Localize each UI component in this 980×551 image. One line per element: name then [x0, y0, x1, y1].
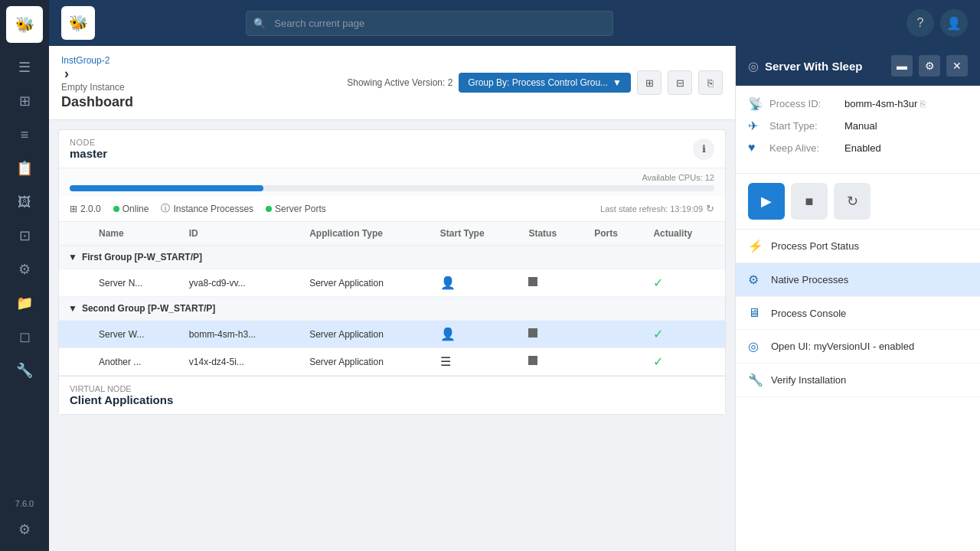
col-header-status: Status: [519, 222, 585, 246]
sidebar-item-image[interactable]: 🖼: [9, 187, 40, 217]
stop-status-icon: [528, 356, 537, 365]
close-button[interactable]: ✕: [946, 55, 968, 77]
node-name: master: [70, 147, 107, 160]
rp-logo-icon: ◎: [748, 59, 759, 73]
refresh-time: Last state refresh: 13:19:09 ↻: [600, 203, 714, 214]
sidebar-item-list[interactable]: ≡: [9, 119, 40, 150]
node-info-button[interactable]: ℹ: [693, 139, 714, 160]
row-ports: [585, 321, 644, 348]
cpu-label: Available CPUs: 12: [70, 173, 714, 182]
group-collapse-icon: ▼: [68, 252, 77, 262]
breadcrumb-area: InstGroup-2 › Empty Instance Dashboard: [61, 55, 133, 110]
status-bar: ⊞ 2.0.0 Online ⓘ Instance Processes Serv…: [59, 196, 725, 222]
breadcrumb-child: Empty Instance: [61, 82, 125, 93]
group-row[interactable]: ▼ First Group [P-W_START/P]: [59, 246, 725, 269]
sidebar-item-folder[interactable]: 📁: [9, 288, 40, 318]
copy-button[interactable]: ⎘: [698, 70, 723, 95]
section-item-verify-installation[interactable]: 🔧 Verify Installation: [736, 364, 980, 397]
server-ports-status: Server Ports: [266, 204, 326, 214]
heart-icon: ♥: [748, 141, 763, 155]
online-dot-icon: [113, 206, 119, 212]
row-name: Server W...: [90, 321, 180, 348]
copy-id-button[interactable]: ⎘: [920, 99, 926, 109]
row-name: Another ...: [90, 348, 180, 376]
table-row[interactable]: Another ... v14x-dz4-5i... Server Applic…: [59, 348, 725, 376]
user-button[interactable]: 👤: [940, 9, 968, 37]
check-small-icon: [266, 206, 272, 212]
panel-settings-button[interactable]: ⚙: [919, 55, 940, 77]
table-header-row: Name ID Application Type Start Type Stat…: [59, 222, 725, 246]
col-header-start-type: Start Type: [431, 222, 520, 246]
topbar-actions: ? 👤: [906, 9, 968, 37]
info-icon: ℹ: [702, 143, 706, 155]
refresh-button[interactable]: ↻: [706, 203, 714, 214]
section-item-process-port-status[interactable]: ⚡ Process Port Status: [736, 230, 980, 263]
sidebar-item-apps[interactable]: ⊡: [9, 220, 40, 251]
group2-collapse-icon: ▼: [68, 303, 77, 314]
section-item-process-console[interactable]: 🖥 Process Console: [736, 297, 980, 330]
col-header-actuality: Actuality: [644, 222, 725, 246]
col-header-name-text: Name: [90, 222, 180, 246]
breadcrumb-parent[interactable]: InstGroup-2: [61, 55, 109, 66]
row-start-type: ☰: [431, 348, 520, 376]
sidebar-item-grid[interactable]: ⊞: [9, 86, 40, 116]
content-area: InstGroup-2 › Empty Instance Dashboard S…: [49, 46, 980, 551]
logo-icon: 🐝: [15, 15, 34, 34]
search-icon: 🔍: [253, 18, 266, 29]
sidebar-item-deploy[interactable]: ⚙: [9, 254, 40, 285]
main-wrapper: 🐝 🔍 ? 👤 InstGroup-2 › Empty Instance Das…: [49, 0, 980, 551]
check-actuality-icon: ✓: [653, 355, 663, 368]
sidebar-item-tools[interactable]: 🔧: [9, 355, 40, 386]
dashboard-panel: InstGroup-2 › Empty Instance Dashboard S…: [49, 46, 735, 551]
row-actuality: ✓: [644, 269, 725, 297]
group-by-button[interactable]: Group By: Process Control Grou... ▼: [459, 73, 631, 93]
refresh-process-button[interactable]: ↻: [834, 183, 871, 220]
row-start-type: 👤: [431, 321, 520, 348]
collapse-button[interactable]: ⊟: [668, 70, 692, 95]
help-button[interactable]: ?: [906, 9, 934, 37]
stop-icon: ■: [805, 194, 814, 210]
instance-processes-status: ⓘ Instance Processes: [161, 202, 253, 215]
start-type-label: Start Type:: [769, 120, 838, 132]
section-item-open-ui[interactable]: ◎ Open UI: myVersionUI - enabled: [736, 330, 980, 364]
sidebar-item-box[interactable]: ◻: [9, 321, 40, 352]
section-item-native-processes[interactable]: ⚙ Native Processes: [736, 263, 980, 297]
row-app-type: Server Application: [300, 348, 431, 376]
col-header-name: [59, 222, 90, 246]
right-panel-header: ◎ Server With Sleep ▬ ⚙ ✕: [736, 46, 980, 86]
right-panel: ◎ Server With Sleep ▬ ⚙ ✕ 📡 Process ID:: [735, 46, 980, 551]
row-ports: [585, 348, 644, 376]
row-indent: [59, 321, 90, 348]
check-actuality-icon: ✓: [653, 276, 663, 289]
search-input[interactable]: [246, 11, 613, 36]
col-header-ports: Ports: [585, 222, 644, 246]
start-type-icon: 👤: [440, 328, 456, 341]
gear-icon: ⚙: [925, 60, 935, 72]
sidebar-item-hamburger[interactable]: ☰: [9, 52, 40, 83]
controls-row: ▶ ■ ↻: [736, 174, 980, 230]
play-button[interactable]: ▶: [748, 183, 785, 220]
grid-view-button[interactable]: ⊞: [637, 70, 662, 95]
section-label-open-ui: Open UI: myVersionUI - enabled: [771, 341, 914, 352]
sidebar-settings-button[interactable]: ⚙: [9, 514, 40, 545]
native-processes-icon: ⚙: [748, 272, 763, 287]
plane-icon: ✈: [748, 119, 763, 133]
stop-status-icon: [528, 328, 537, 337]
sidebar-item-clipboard[interactable]: 📋: [9, 153, 40, 184]
section-label-process-port-status: Process Port Status: [771, 240, 859, 252]
row-indent: [59, 348, 90, 376]
stop-button[interactable]: ■: [791, 183, 828, 220]
group-row[interactable]: ▼ Second Group [P-W_START/P]: [59, 297, 725, 321]
row-ports: [585, 269, 644, 297]
topbar-logo: 🐝: [61, 6, 95, 40]
version-status: ⊞ 2.0.0: [70, 204, 101, 214]
row-app-type: Server Application: [300, 269, 431, 297]
group-second-label: Second Group [P-W_START/P]: [82, 303, 215, 314]
dashboard-toolbar: Showing Active Version: 2 Group By: Proc…: [347, 70, 723, 95]
version-label: Showing Active Version: 2: [347, 77, 452, 88]
minimize-button[interactable]: ▬: [891, 55, 913, 77]
table-row[interactable]: Server N... yva8-cd9-vv... Server Applic…: [59, 269, 725, 297]
row-start-type: 👤: [431, 269, 520, 297]
table-row[interactable]: Server W... bomm-4sm-h3... Server Applic…: [59, 321, 725, 348]
node-header: NODE master ℹ: [59, 130, 725, 168]
